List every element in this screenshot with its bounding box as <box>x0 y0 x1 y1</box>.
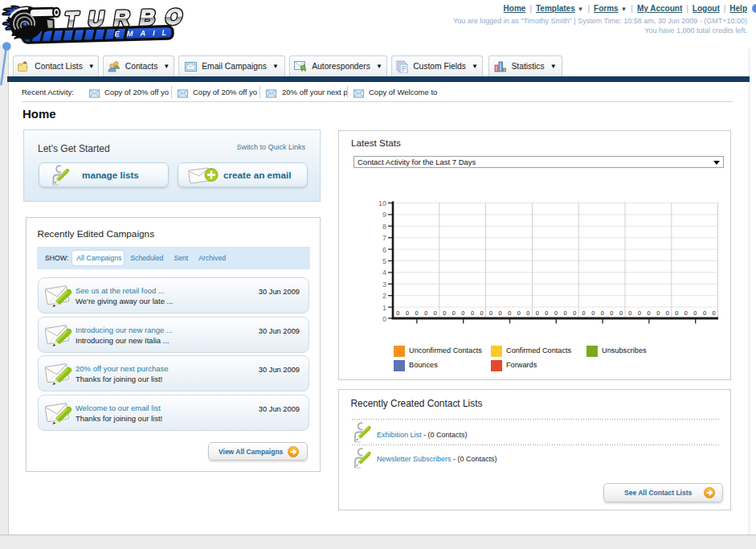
svg-text:0: 0 <box>648 309 651 317</box>
svg-text:0: 0 <box>415 309 419 317</box>
svg-text:9: 9 <box>382 211 386 219</box>
svg-text:0: 0 <box>666 309 669 317</box>
svg-text:0: 0 <box>443 309 446 317</box>
svg-text:0: 0 <box>703 309 706 317</box>
svg-text:0: 0 <box>499 309 502 317</box>
svg-text:0: 0 <box>693 309 697 317</box>
svg-text:0: 0 <box>461 309 464 317</box>
svg-text:0: 0 <box>656 309 660 317</box>
svg-text:0: 0 <box>601 309 604 317</box>
svg-text:3: 3 <box>382 281 386 289</box>
svg-text:0: 0 <box>382 315 386 323</box>
svg-text:0: 0 <box>452 309 456 317</box>
svg-text:0: 0 <box>545 309 548 317</box>
svg-text:0: 0 <box>713 309 716 317</box>
svg-text:0: 0 <box>536 309 539 317</box>
svg-text:0: 0 <box>573 309 576 317</box>
svg-text:10: 10 <box>378 199 386 207</box>
svg-text:0: 0 <box>526 309 529 317</box>
svg-text:0: 0 <box>508 309 511 317</box>
svg-text:4: 4 <box>382 268 386 277</box>
svg-text:0: 0 <box>675 309 678 317</box>
svg-text:0: 0 <box>610 309 613 317</box>
svg-text:0: 0 <box>480 309 484 317</box>
svg-text:0: 0 <box>619 309 623 317</box>
svg-text:0: 0 <box>517 309 521 317</box>
svg-text:0: 0 <box>591 309 595 317</box>
svg-text:0: 0 <box>554 309 558 317</box>
svg-text:0: 0 <box>489 309 492 317</box>
svg-text:0: 0 <box>564 309 567 317</box>
svg-text:1: 1 <box>382 304 386 312</box>
svg-text:0: 0 <box>424 309 427 317</box>
svg-text:0: 0 <box>406 309 409 317</box>
svg-text:8: 8 <box>382 223 386 231</box>
svg-text:7: 7 <box>382 234 386 242</box>
svg-text:0: 0 <box>582 309 586 317</box>
svg-text:0: 0 <box>434 309 437 317</box>
svg-text:0: 0 <box>471 309 474 317</box>
svg-text:5: 5 <box>382 257 386 265</box>
svg-text:0: 0 <box>628 309 631 317</box>
svg-text:0: 0 <box>684 309 688 317</box>
svg-text:0: 0 <box>396 309 399 317</box>
svg-text:2: 2 <box>382 292 386 300</box>
svg-text:6: 6 <box>382 246 386 254</box>
svg-text:0: 0 <box>638 309 641 317</box>
